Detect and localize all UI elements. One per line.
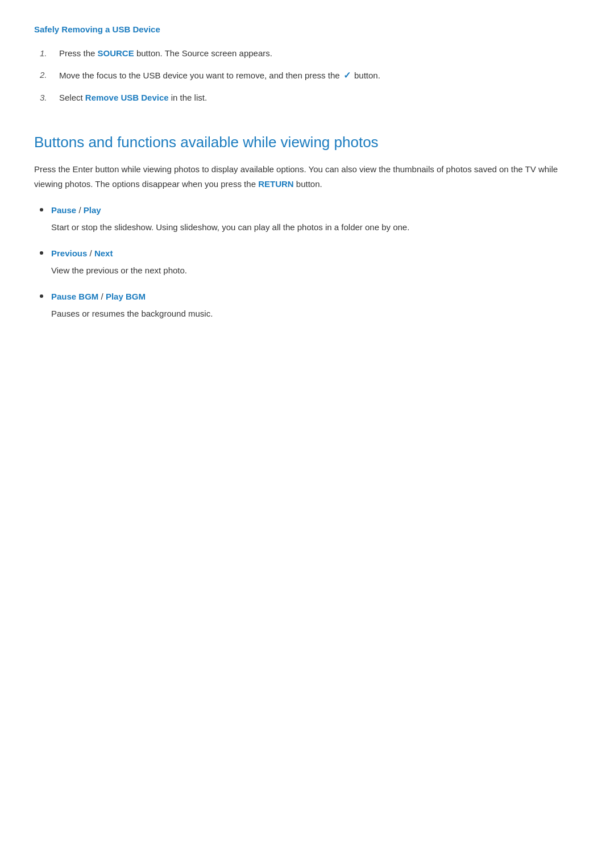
step-3: Select Remove USB Device in the list. bbox=[40, 91, 580, 105]
previous-label: Previous bbox=[51, 248, 87, 258]
bullet-item-previous-next: Previous / Next View the previous or the… bbox=[40, 247, 580, 282]
bullet-item-pause-bgm-play-bgm: Pause BGM / Play BGM Pauses or resumes t… bbox=[40, 290, 580, 325]
bullet-dot-3 bbox=[40, 294, 43, 298]
separator-3: / bbox=[101, 292, 106, 301]
separator-1: / bbox=[78, 205, 83, 215]
source-highlight: SOURCE bbox=[98, 48, 134, 58]
section2-title: Buttons and functions available while vi… bbox=[34, 133, 580, 152]
previous-next-desc: View the previous or the next photo. bbox=[51, 264, 580, 277]
remove-usb-highlight: Remove USB Device bbox=[85, 93, 169, 102]
section-buttons-functions: Buttons and functions available while vi… bbox=[34, 133, 580, 326]
bullet-label-bgm: Pause BGM / Play BGM bbox=[51, 290, 580, 304]
pause-label: Pause bbox=[51, 205, 76, 215]
step-2: Move the focus to the USB device you wan… bbox=[40, 68, 580, 83]
play-bgm-label: Play BGM bbox=[106, 292, 146, 301]
next-label: Next bbox=[94, 248, 113, 258]
step-1: Press the SOURCE button. The Source scre… bbox=[40, 47, 580, 60]
bgm-desc: Pauses or resumes the background music. bbox=[51, 307, 580, 321]
bullet-label-pause-play: Pause / Play bbox=[51, 203, 580, 217]
bullet-dot-2 bbox=[40, 251, 43, 255]
separator-2: / bbox=[90, 248, 94, 258]
bullet-label-previous-next: Previous / Next bbox=[51, 247, 580, 260]
section1-title: Safely Removing a USB Device bbox=[34, 23, 580, 36]
section2-description: Press the Enter button while viewing pho… bbox=[34, 162, 580, 191]
steps-list: Press the SOURCE button. The Source scre… bbox=[34, 47, 580, 105]
play-label: Play bbox=[84, 205, 101, 215]
pause-bgm-label: Pause BGM bbox=[51, 292, 98, 301]
checkmark-icon: ✓ bbox=[343, 68, 351, 83]
return-highlight: RETURN bbox=[258, 179, 294, 189]
section-safely-removing: Safely Removing a USB Device Press the S… bbox=[34, 23, 580, 105]
pause-play-desc: Start or stop the slideshow. Using slide… bbox=[51, 221, 580, 234]
bullet-dot-1 bbox=[40, 208, 43, 211]
bullet-item-pause-play: Pause / Play Start or stop the slideshow… bbox=[40, 203, 580, 239]
bullet-list: Pause / Play Start or stop the slideshow… bbox=[34, 203, 580, 325]
